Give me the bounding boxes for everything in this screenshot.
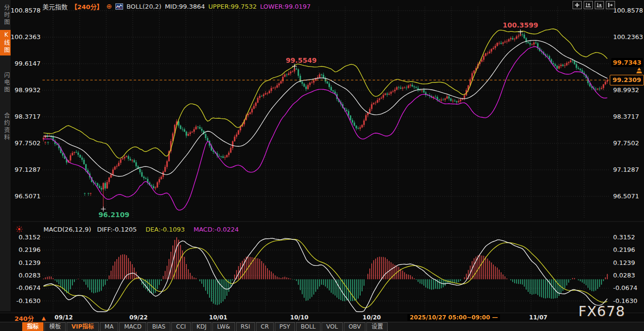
- candlestick-layer: [43, 32, 608, 209]
- svg-text:97.7502: 97.7502: [14, 139, 41, 147]
- svg-text:0.1239: 0.1239: [613, 259, 635, 266]
- sidebar-tab-0[interactable]: 分时图: [0, 3, 11, 28]
- svg-text:0.2196: 0.2196: [19, 246, 41, 253]
- macd-histogram-layer: [43, 237, 607, 305]
- toolbar-button-KDJ[interactable]: KDJ: [192, 322, 211, 331]
- window-tool-icons: [573, 1, 615, 9]
- date-tick-label: 10/20: [363, 314, 381, 321]
- toolbar-button-BIAS[interactable]: BIAS: [147, 322, 170, 331]
- svg-text:98.3717: 98.3717: [613, 113, 639, 120]
- svg-text:0.3152: 0.3152: [19, 234, 41, 241]
- macd-dea-value: DEA:-0.1093: [145, 226, 184, 233]
- date-tick-label: 09/12: [55, 314, 73, 321]
- axis-labels: 100.8578100.8578100.2363100.236399.61479…: [11, 7, 643, 304]
- macd-diff-value: DIFF:-0.1205: [97, 226, 137, 233]
- indicator-marker-icon[interactable]: [15, 225, 23, 233]
- boll-mid-line: [43, 41, 607, 177]
- date-tick-label: 10/10: [290, 314, 308, 321]
- y-axis-scale-icon[interactable]: [584, 1, 593, 9]
- move-icon[interactable]: [573, 1, 582, 9]
- chart-canvas[interactable]: 100.8578100.8578100.2363100.236399.61479…: [0, 0, 644, 313]
- sidebar-tab-3[interactable]: 合约资料: [0, 111, 11, 143]
- macd-param-label: MACD(26,12,9): [43, 226, 91, 233]
- toolbar-button-VOL[interactable]: VOL: [322, 322, 343, 331]
- toolbar-button-PSY[interactable]: PSY: [275, 322, 295, 331]
- svg-text:96.5071: 96.5071: [14, 193, 41, 200]
- svg-text:100.3599: 100.3599: [503, 21, 538, 29]
- chart-header: 美元指数 【240分】 ⊕ BOLL(20,2) MID:99.3864 UPP…: [42, 2, 311, 11]
- add-indicator-icon[interactable]: ⊕: [106, 2, 112, 10]
- watermark: FX678: [578, 303, 625, 319]
- toolbar-button-CR[interactable]: CR: [256, 322, 274, 331]
- price-annotations: 99.5549100.359996.2109: [98, 21, 538, 219]
- toolbar-button-OBV[interactable]: OBV: [344, 322, 366, 331]
- macd-header: MACD(26,12,9) DIFF:-0.1205 DEA:-0.1093 M…: [43, 226, 239, 233]
- boll-lower-value: LOWER:99.0197: [260, 3, 311, 10]
- toolbar-button-设置[interactable]: 设置: [366, 322, 388, 331]
- svg-text:0.2196: 0.2196: [613, 246, 635, 253]
- date-tick-label: 09/22: [129, 314, 148, 321]
- svg-text:↑: ↑: [89, 192, 93, 197]
- svg-text:99.6147: 99.6147: [14, 60, 41, 67]
- toolbar-button-MACD[interactable]: MACD: [119, 322, 146, 331]
- svg-text:100.8578: 100.8578: [11, 7, 41, 14]
- boll-lower-line: [43, 47, 607, 210]
- toolbar-button-CCI[interactable]: CCI: [171, 322, 191, 331]
- svg-text:96.5071: 96.5071: [613, 193, 639, 200]
- chart-type-icon[interactable]: [115, 3, 123, 10]
- sidebar-tab-1[interactable]: K线图: [0, 30, 11, 55]
- svg-text:↑: ↑: [46, 141, 50, 146]
- toolbar-button-模板[interactable]: 模板: [44, 322, 66, 331]
- svg-text:98.9932: 98.9932: [613, 86, 639, 94]
- toolbar-button-指标[interactable]: 指标: [22, 322, 43, 331]
- svg-text:-0.1630: -0.1630: [16, 297, 41, 304]
- symbol-name: 美元指数: [42, 2, 68, 11]
- sidebar: 分时图K线图闪电图合约资料: [0, 0, 11, 311]
- svg-text:0.1239: 0.1239: [19, 259, 41, 266]
- svg-text:100.8578: 100.8578: [613, 7, 643, 14]
- svg-text:97.1287: 97.1287: [613, 166, 639, 173]
- toolbar-button-LW&[interactable]: LW&: [212, 322, 235, 331]
- price-alert-arrow-icon: [636, 68, 643, 74]
- svg-text:-0.0674: -0.0674: [16, 284, 41, 291]
- macd-macd-value: MACD:-0.0224: [194, 226, 239, 233]
- svg-text:96.2109: 96.2109: [98, 211, 129, 219]
- shift-right-icon[interactable]: [606, 1, 615, 9]
- boll-mid-value: MID:99.3864: [165, 3, 205, 10]
- current-price-tag: 99.2309: [610, 75, 644, 85]
- date-tick-label: 10/01: [209, 314, 227, 321]
- crosshair-time-label: 2025/10/27 05:00~09:00 —: [407, 314, 500, 321]
- trade-marker-arrows: ↑↑↑↑↑: [43, 141, 93, 197]
- svg-text:99.5549: 99.5549: [286, 56, 317, 64]
- toolbar-button-RSI[interactable]: RSI: [236, 322, 255, 331]
- upper-price-tag: 99.7343: [611, 58, 643, 67]
- boll-upper-value: UPPER:99.7532: [209, 3, 257, 10]
- svg-text:97.1287: 97.1287: [14, 166, 41, 173]
- svg-text:-0.0674: -0.0674: [613, 284, 637, 291]
- toolbar-button-VIP指标[interactable]: VIP指标: [67, 322, 99, 331]
- toolbar-button-MA[interactable]: MA: [100, 322, 119, 331]
- svg-text:100.2363: 100.2363: [613, 33, 643, 41]
- svg-text:100.2363: 100.2363: [11, 33, 41, 41]
- svg-text:0.0283: 0.0283: [613, 272, 635, 279]
- svg-text:98.9932: 98.9932: [14, 86, 41, 94]
- sidebar-tab-2[interactable]: 闪电图: [0, 70, 11, 95]
- period-tag: 【240分】: [71, 2, 103, 11]
- svg-text:0.0283: 0.0283: [19, 272, 41, 279]
- toolbar-button-BOLL[interactable]: BOLL: [296, 322, 321, 331]
- trading-app-window: 100.8578100.8578100.2363100.236399.61479…: [0, 0, 644, 331]
- svg-text:98.3717: 98.3717: [14, 113, 41, 120]
- indicator-toolbar: 指标模板VIP指标MAMACDBIASCCIKDJLW&RSICRPSYBOLL…: [0, 322, 644, 331]
- period-expand-icon[interactable]: ▲: [42, 315, 45, 321]
- x-axis-scale-icon[interactable]: [595, 1, 604, 9]
- boll-upper-line: [43, 29, 607, 158]
- svg-text:0.3152: 0.3152: [613, 234, 635, 241]
- boll-param-label: BOLL(20,2): [126, 3, 162, 10]
- date-axis-row: 240分 ▲ 09/1209/2210/0110/1010/202025/10/…: [0, 313, 644, 322]
- date-tick-label: 11/07: [529, 314, 547, 321]
- svg-text:97.7502: 97.7502: [613, 139, 639, 147]
